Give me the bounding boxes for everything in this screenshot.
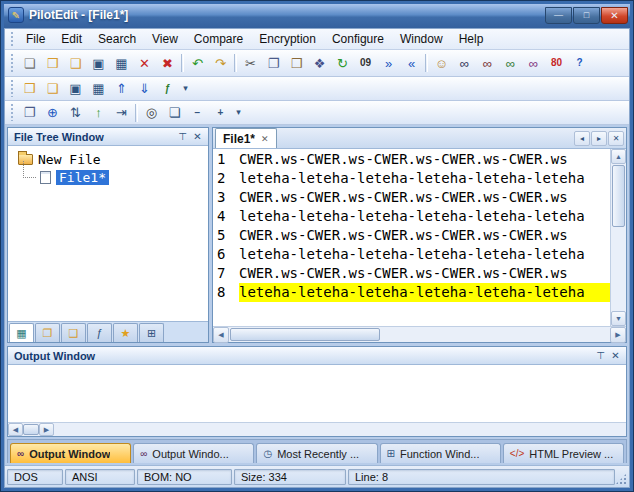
find-button[interactable]: ∞ <box>453 53 476 74</box>
sort-button[interactable]: ⇅ <box>64 102 87 123</box>
code-area[interactable]: 1 CWER.ws-CWER.ws-CWER.ws-CWER.ws-CWER.w… <box>213 149 610 326</box>
toolbar-grip[interactable] <box>10 54 15 72</box>
upload-button[interactable]: ⇑ <box>110 78 133 99</box>
menu-help[interactable]: Help <box>451 30 492 48</box>
save-button[interactable]: ▣ <box>87 53 110 74</box>
close-file-button[interactable]: ✖ <box>156 53 179 74</box>
run-script-button[interactable]: ƒ <box>156 78 179 99</box>
tab-close-icon[interactable]: ✕ <box>261 134 269 144</box>
scroll-right-button[interactable]: ▶ <box>39 423 54 436</box>
scroll-track[interactable] <box>381 327 610 342</box>
tab-html-preview[interactable]: </> HTML Preview ... <box>503 443 624 463</box>
file-tree-tab[interactable]: ▦ <box>9 323 34 342</box>
tab-scroll-right-button[interactable]: ▸ <box>591 131 607 146</box>
ftp-open-button[interactable]: ❒ <box>18 78 41 99</box>
toolbar-grip[interactable] <box>10 80 15 96</box>
panel-close-button[interactable]: ✕ <box>608 349 623 363</box>
delete-button[interactable]: ✕ <box>133 53 156 74</box>
output-scroll-thumb[interactable] <box>23 424 39 435</box>
editor-line[interactable]: 1 CWER.ws-CWER.ws-CWER.ws-CWER.ws-CWER.w… <box>213 150 610 169</box>
scroll-down-button[interactable]: ▼ <box>611 311 626 326</box>
magnifier-button[interactable]: ◎ <box>140 102 163 123</box>
horizontal-scroll-thumb[interactable] <box>230 328 380 341</box>
select-button[interactable]: ❖ <box>308 53 331 74</box>
ftp-open-list-button[interactable]: ❑ <box>41 78 64 99</box>
column-80-button[interactable]: 80 <box>545 53 568 74</box>
menu-configure[interactable]: Configure <box>324 30 392 48</box>
editor-line[interactable]: 6 leteha-leteha-leteha-leteha-leteha-let… <box>213 245 610 264</box>
indent-button[interactable]: ⇥ <box>110 102 133 123</box>
toolbar-grip[interactable] <box>10 104 15 120</box>
save-all-button[interactable]: ▦ <box>110 53 133 74</box>
toolbar-button[interactable] <box>135 104 138 122</box>
toolbar-button[interactable] <box>425 54 428 72</box>
move-up-button[interactable]: ↑ <box>87 102 110 123</box>
output-content[interactable] <box>8 365 626 422</box>
editor-line[interactable]: 4 leteha-leteha-leteha-leteha-leteha-let… <box>213 207 610 226</box>
ftp-tab[interactable]: ❑ <box>61 323 86 342</box>
collapse-button[interactable]: − <box>186 102 209 123</box>
download-button[interactable]: ⇓ <box>133 78 156 99</box>
paste-button[interactable]: ❒ <box>285 53 308 74</box>
prev-position-button[interactable]: « <box>400 53 423 74</box>
scroll-left-button[interactable]: ◀ <box>8 423 23 436</box>
undo-button[interactable]: ↶ <box>186 53 209 74</box>
reopen-button[interactable]: ❑ <box>64 53 87 74</box>
open-file-button[interactable]: ❒ <box>41 53 64 74</box>
copy-button[interactable]: ❐ <box>262 53 285 74</box>
ascii-hex-button[interactable]: 09 <box>354 53 377 74</box>
toolbar-overflow-button[interactable]: ▾ <box>179 78 192 99</box>
editor-line[interactable]: 5 CWER.ws-CWER.ws-CWER.ws-CWER.ws-CWER.w… <box>213 226 610 245</box>
browser-preview-button[interactable]: ⊕ <box>41 102 64 123</box>
new-file-button[interactable]: ❏ <box>18 53 41 74</box>
scroll-track[interactable] <box>611 228 626 311</box>
titlebar[interactable]: ✎ PilotEdit - [File1*] — □ ✕ <box>4 4 630 28</box>
scroll-right-button[interactable]: ▶ <box>610 327 626 343</box>
copy-special-button[interactable]: ❐ <box>18 102 41 123</box>
menu-edit[interactable]: Edit <box>53 30 90 48</box>
close-button[interactable]: ✕ <box>601 7 628 24</box>
editor-line[interactable]: 8 leteha-leteha-leteha-leteha-leteha-let… <box>213 283 610 302</box>
output-scrollbar[interactable]: ◀ ▶ <box>8 422 626 436</box>
toolbar-button[interactable] <box>181 54 184 72</box>
tab-output-window-2[interactable]: ∞ Output Windo... <box>133 443 254 463</box>
menu-compare[interactable]: Compare <box>186 30 251 48</box>
functions-tab[interactable]: ƒ <box>87 323 112 342</box>
menu-window[interactable]: Window <box>392 30 451 48</box>
editor-line[interactable]: 3 CWER.ws-CWER.ws-CWER.ws-CWER.ws-CWER.w… <box>213 188 610 207</box>
refresh-button[interactable]: ↻ <box>331 53 354 74</box>
scroll-up-button[interactable]: ▲ <box>611 149 626 164</box>
find-next-button[interactable]: ∞ <box>499 53 522 74</box>
favorites-tab[interactable]: ★ <box>113 323 138 342</box>
replace-button[interactable]: ∞ <box>522 53 545 74</box>
menu-view[interactable]: View <box>144 30 186 48</box>
ftp-save-as-button[interactable]: ▦ <box>87 78 110 99</box>
menu-encryption[interactable]: Encryption <box>251 30 324 48</box>
tab-scroll-left-button[interactable]: ◂ <box>574 131 590 146</box>
redo-button[interactable]: ↷ <box>209 53 232 74</box>
tab-close-all-button[interactable]: ✕ <box>608 131 624 146</box>
resize-grip-icon[interactable] <box>615 473 627 485</box>
scroll-left-button[interactable]: ◀ <box>213 327 229 343</box>
find-in-files-button[interactable]: ∞ <box>476 53 499 74</box>
toolbar-grip[interactable] <box>10 32 15 46</box>
expand-button[interactable]: + <box>209 102 232 123</box>
horizontal-scrollbar[interactable]: ◀ ▶ <box>213 326 626 342</box>
vertical-scroll-thumb[interactable] <box>612 165 625 227</box>
toolbar-button[interactable] <box>234 54 237 72</box>
next-position-button[interactable]: » <box>377 53 400 74</box>
vertical-scrollbar[interactable]: ▲ ▼ <box>610 149 626 326</box>
scroll-track[interactable] <box>54 423 626 436</box>
help-button[interactable]: ? <box>568 53 591 74</box>
split-window-button[interactable]: ❏ <box>163 102 186 123</box>
menu-file[interactable]: File <box>18 30 53 48</box>
ftp-save-button[interactable]: ▣ <box>64 78 87 99</box>
clipboard-tab[interactable]: ❐ <box>35 323 60 342</box>
toolbar-overflow2-button[interactable]: ▾ <box>232 102 245 123</box>
tree-node-file1[interactable]: File1* <box>32 168 206 186</box>
tab-most-recently[interactable]: ◷ Most Recently ... <box>256 443 377 463</box>
panel-close-button[interactable]: ✕ <box>190 130 205 144</box>
minimize-button[interactable]: — <box>545 7 572 24</box>
tree-node-new-file[interactable]: New File <box>10 150 206 168</box>
encrypt-button[interactable]: ☺ <box>430 53 453 74</box>
